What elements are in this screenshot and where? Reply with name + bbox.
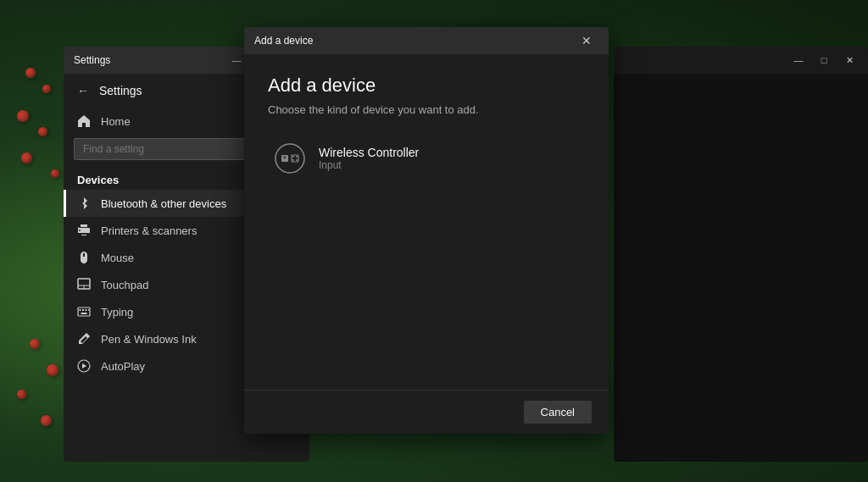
dialog-overlay: Add a device ✕ Add a device Choose the k… bbox=[0, 0, 868, 482]
dialog-subtitle: Choose the kind of device you want to ad… bbox=[268, 103, 585, 116]
wireless-controller-icon bbox=[275, 143, 305, 174]
svg-point-15 bbox=[292, 159, 294, 161]
device-option-wireless-controller[interactable]: Wireless Controller Input bbox=[268, 133, 585, 184]
svg-point-14 bbox=[296, 156, 298, 158]
svg-point-16 bbox=[296, 159, 298, 161]
device-type: Input bbox=[319, 159, 419, 171]
svg-rect-12 bbox=[292, 155, 298, 162]
device-name: Wireless Controller bbox=[319, 146, 419, 159]
dialog-titlebar: Add a device ✕ bbox=[244, 27, 609, 54]
dialog-content: Add a device Choose the kind of device y… bbox=[244, 54, 609, 390]
add-device-dialog: Add a device ✕ Add a device Choose the k… bbox=[244, 27, 609, 434]
dialog-title: Add a device bbox=[254, 35, 575, 47]
dialog-footer: Cancel bbox=[244, 390, 609, 434]
svg-rect-18 bbox=[284, 156, 285, 159]
svg-point-10 bbox=[275, 144, 304, 173]
dialog-heading: Add a device bbox=[268, 75, 585, 97]
device-info: Wireless Controller Input bbox=[319, 146, 419, 171]
cancel-button[interactable]: Cancel bbox=[524, 401, 592, 424]
svg-point-13 bbox=[292, 156, 294, 158]
dialog-close-button[interactable]: ✕ bbox=[575, 32, 598, 49]
